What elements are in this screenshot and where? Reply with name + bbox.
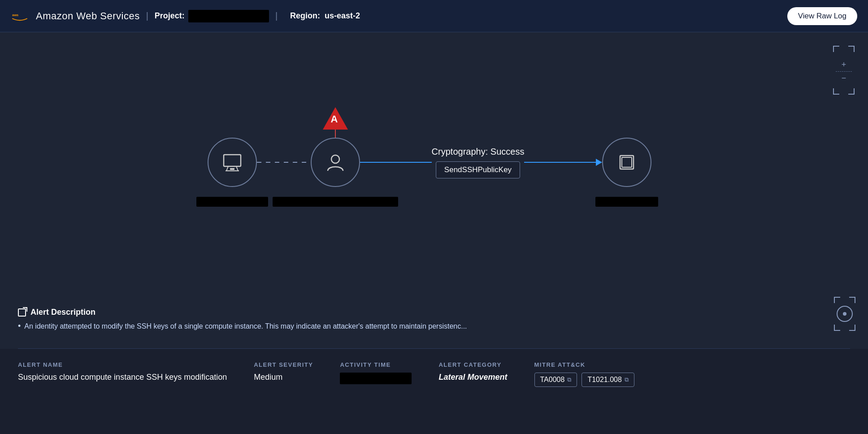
aws-logo: aws	[11, 7, 29, 25]
arrow-right-icon	[596, 159, 602, 166]
connection-line-left	[360, 162, 432, 163]
mitre-field: MITRE ATT&CK TA0008 ⧉ T1021.008 ⧉	[534, 361, 634, 387]
dashed-connection-line	[257, 162, 311, 163]
mitre-badges: TA0008 ⧉ T1021.008 ⧉	[534, 373, 634, 387]
mitre-label: MITRE ATT&CK	[534, 361, 634, 368]
brand-name: Amazon Web Services	[36, 10, 140, 22]
corner-tl-2	[834, 297, 840, 303]
connection-label-area: Cryptography: Success SendSSHPublicKey	[432, 147, 525, 178]
alert-description-section: Alert Description • An identity attempte…	[18, 308, 832, 331]
action-badge: SendSSHPublicKey	[436, 161, 520, 178]
corner-tr-2	[849, 297, 855, 303]
bracket-bottom-bottom	[834, 325, 855, 331]
project-label: Project:	[155, 11, 185, 21]
source-node[interactable]	[208, 138, 257, 187]
target-node-container	[602, 138, 651, 187]
bullet-point: •	[18, 321, 21, 331]
region-label: Region: us-east-2	[290, 11, 360, 21]
alert-description-text: • An identity attempted to modify the SS…	[18, 322, 832, 331]
zoom-controls: + −	[833, 46, 855, 99]
bracket-bottom	[833, 88, 855, 99]
svg-rect-8	[622, 157, 632, 167]
activity-time-label: ACTIVITY TIME	[340, 361, 412, 368]
alert-description-label: Alert Description	[30, 308, 95, 317]
alert-description-title: Alert Description	[18, 308, 832, 317]
corner-br-2	[849, 325, 855, 331]
svg-line-3	[236, 166, 238, 171]
region-label-text: Region:	[290, 11, 325, 20]
map-controls	[834, 297, 855, 331]
corner-bl	[833, 88, 839, 95]
alert-name-field: ALERT NAME Suspicious cloud compute inst…	[18, 361, 227, 382]
alert-description-body: An identity attempted to modify the SSH …	[24, 322, 467, 330]
graph-area: A Cryptography	[27, 59, 832, 265]
corner-tl	[833, 46, 839, 52]
project-value-redacted	[188, 10, 269, 22]
main-canvas: + −	[0, 32, 868, 434]
connection-title-bold: Cryptography:	[432, 147, 488, 156]
compass-icon[interactable]	[837, 306, 853, 322]
labeled-connection: Cryptography: Success SendSSHPublicKey	[360, 147, 603, 178]
svg-point-6	[331, 155, 339, 163]
zoom-out-button[interactable]: −	[842, 74, 846, 83]
external-link-icon-1: ⧉	[567, 376, 571, 383]
svg-text:aws: aws	[12, 13, 18, 17]
connection-line-right	[524, 162, 596, 163]
mitre-badge-ta0008[interactable]: TA0008 ⧉	[534, 373, 577, 387]
target-node-label	[595, 197, 658, 207]
alert-triangle: A	[323, 107, 348, 139]
alert-category-field: ALERT CATEGORY Lateral Movement	[438, 361, 507, 382]
alert-severity-value: Medium	[254, 373, 313, 382]
svg-rect-1	[224, 155, 241, 166]
activity-time-field: ACTIVITY TIME	[340, 361, 412, 384]
connection-title: Cryptography: Success	[432, 147, 525, 157]
compass-dot	[843, 312, 846, 316]
region-value: us-east-2	[325, 11, 360, 20]
connection-with-label: Cryptography: Success SendSSHPublicKey	[360, 147, 603, 178]
corner-bl-2	[834, 325, 840, 331]
corner-br	[848, 88, 855, 95]
activity-time-value-redacted	[340, 373, 412, 384]
alert-name-label: ALERT NAME	[18, 361, 227, 368]
header-divider: |	[146, 11, 148, 21]
metadata-bar: ALERT NAME Suspicious cloud compute inst…	[0, 349, 868, 434]
alert-category-value: Lateral Movement	[438, 373, 507, 382]
alert-name-value: Suspicious cloud compute instance SSH ke…	[18, 373, 227, 382]
svg-rect-5	[230, 168, 234, 170]
source-node-label	[196, 197, 268, 207]
header: aws Amazon Web Services | Project: | Reg…	[0, 0, 868, 32]
target-node[interactable]	[602, 138, 651, 187]
zoom-icon-area: + −	[833, 58, 855, 85]
identity-node-container: A	[311, 138, 360, 187]
header-divider-2: |	[275, 11, 278, 21]
triangle-letter: A	[331, 113, 338, 125]
external-link-icon-2: ⧉	[625, 376, 629, 383]
expand-icon[interactable]	[18, 308, 26, 317]
svg-line-2	[226, 166, 228, 171]
alert-category-label: ALERT CATEGORY	[438, 361, 507, 368]
connection-status: Success	[490, 147, 525, 156]
zoom-in-button[interactable]: +	[842, 60, 846, 69]
bracket-top	[833, 46, 855, 56]
alert-severity-label: ALERT SEVERITY	[254, 361, 313, 368]
triangle-shape: A	[323, 107, 348, 130]
identity-node[interactable]	[311, 138, 360, 187]
source-node-container	[208, 138, 257, 187]
zoom-separator	[836, 71, 852, 72]
mitre-t1021-id: T1021.008	[587, 376, 622, 384]
connections-area: A Cryptography	[208, 138, 652, 187]
identity-node-label	[273, 197, 398, 207]
bracket-bottom-top	[834, 297, 855, 303]
mitre-ta0008-id: TA0008	[540, 376, 565, 384]
corner-tr	[848, 46, 855, 52]
alert-severity-field: ALERT SEVERITY Medium	[254, 361, 313, 382]
mitre-badge-t1021[interactable]: T1021.008 ⧉	[582, 373, 634, 387]
alert-connector-line	[335, 130, 336, 139]
view-raw-log-button[interactable]: View Raw Log	[787, 7, 857, 25]
